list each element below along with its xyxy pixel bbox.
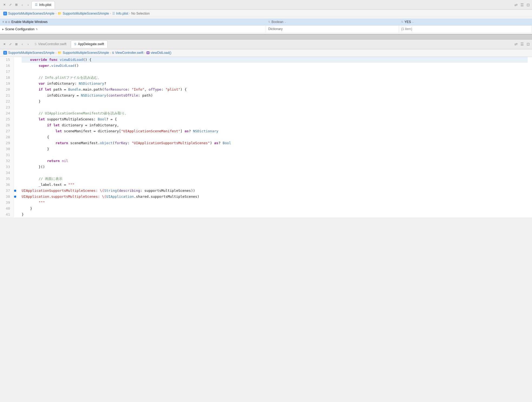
bottom-expand-button[interactable]: ⤢ — [8, 42, 12, 46]
appdelegate-tab[interactable]: S AppDelegate.swift — [71, 40, 108, 48]
bottom-bc-folder-icon: 📁 — [58, 51, 62, 55]
code-line-29: return sceneManifest.object(forKey: "UIA… — [22, 140, 528, 146]
code-lines-container[interactable]: override func viewDidLoad() { super.view… — [17, 57, 532, 218]
code-line-31 — [22, 152, 528, 158]
stepper-up-icon[interactable]: ⬆ — [2, 21, 4, 23]
plist-type-cell: ⇅ Boolean ⌄ — [266, 18, 399, 25]
bottom-next-button[interactable]: › — [26, 42, 30, 46]
bottom-breadcrumb: S SupportsMultipleScenesSAmple › 📁 Suppo… — [0, 49, 532, 57]
plist-type-cell-2: Dictionary — [266, 25, 399, 32]
ln-35: 35 — [3, 176, 10, 182]
bottom-bc-method-name[interactable]: viewDidLoad() — [151, 51, 171, 55]
bottom-bc-sep1: › — [55, 51, 56, 54]
code-line-34 — [22, 170, 528, 176]
bottom-tab-bar-right: ⇄ ☰ ⊡ — [514, 42, 530, 46]
code-line-15: override func viewDidLoad() { — [22, 57, 528, 63]
bottom-prev-button[interactable]: ‹ — [20, 42, 24, 46]
code-line-36: _label.text = """ — [22, 182, 528, 188]
bottom-layout-icon[interactable]: ⊡ — [527, 42, 530, 46]
code-line-28: { — [22, 134, 528, 140]
list-icon[interactable]: ☰ — [520, 3, 524, 7]
code-line-27: let sceneManifest = dictionary["UIApplic… — [22, 128, 528, 134]
expand-button[interactable]: ⤢ — [8, 3, 12, 7]
breadcrumb-file-icon: ☰ — [112, 12, 115, 15]
close-button[interactable]: ✕ — [2, 3, 6, 7]
code-line-22: } — [22, 98, 528, 104]
code-line-37: UIApplicationSupportsMultipleScenes: \(S… — [22, 188, 528, 194]
plist-key-label: Enable Multiple Windows — [11, 20, 48, 24]
breadcrumb-folder-name[interactable]: SupportsMultipleScenesSAmple — [63, 12, 109, 15]
ln-26: 26 — [3, 122, 10, 128]
bottom-close-button[interactable]: ✕ — [2, 42, 6, 46]
prev-button[interactable]: ‹ — [20, 3, 24, 7]
ln-25: 25 — [3, 116, 10, 122]
breadcrumb-app-name[interactable]: SupportsMultipleScenesSAmple — [8, 12, 54, 15]
type-chevron-icon: ⌄ — [284, 21, 287, 23]
bottom-bc-sep2: › — [110, 51, 111, 54]
bottom-bc-file-icon: S — [112, 51, 114, 54]
code-line-30: } — [22, 146, 528, 152]
ln-17: 17 — [3, 69, 10, 75]
code-line-20: if let path = Bundle.main.path(forResour… — [22, 87, 528, 93]
code-line-26: if let dictionary = infoDictonary, — [22, 122, 528, 128]
value-chevron-icon: ⌄ — [412, 21, 414, 23]
bottom-tab-bar: ✕ ⤢ ⊞ ‹ › S ViewController.swift S AppDe… — [0, 39, 532, 49]
bottom-bc-app-icon: S — [3, 51, 7, 55]
code-line-40: } — [22, 206, 528, 212]
breadcrumb-file-name[interactable]: Info.plist — [116, 12, 128, 15]
bottom-split-icon[interactable]: ⇄ — [514, 42, 518, 46]
stepper-icon-2[interactable]: ⇅ — [36, 28, 38, 31]
plist-key-cell: ⬆ ⊕ ⊖ Enable Multiple Windows — [0, 18, 266, 25]
ln-37: 37 — [3, 188, 10, 194]
ln-24: 24 — [3, 110, 10, 116]
type-arrows-icon: ⇅ — [268, 21, 270, 23]
ln-36: 36 — [3, 182, 10, 188]
layout-icon[interactable]: ⊡ — [527, 3, 530, 7]
add-icon[interactable]: ⊕ — [5, 20, 7, 24]
dot-line-37 — [14, 190, 16, 192]
plist-row-scene-configuration[interactable]: ▶ Scene Configuration ⇅ Dictionary (1 it… — [0, 25, 532, 32]
code-line-41: } — [22, 212, 528, 218]
value-arrows-icon: ⇅ — [401, 21, 403, 23]
code-line-18: // Info.plistファイルを読み込む。 — [22, 75, 528, 81]
info-plist-tab[interactable]: ☰ Info.plist — [31, 1, 55, 9]
breadcrumb-app-icon: S — [3, 12, 7, 15]
appdelegate-tab-label: AppDelegate.swift — [78, 42, 104, 46]
code-line-19: var infoDictonary: NSDictionary? — [22, 81, 528, 87]
ln-29: 29 — [3, 140, 10, 146]
next-button[interactable]: › — [26, 3, 30, 7]
breadcrumb-sep3: › — [129, 12, 130, 15]
top-pane: ✕ ⤢ ⊞ ‹ › ☰ Info.plist ⇄ ☰ ⊡ S SupportsM… — [0, 0, 532, 34]
code-line-33: }() — [22, 164, 528, 170]
plist-value-cell[interactable]: ⇅ YES ⌄ — [399, 18, 532, 25]
line-numbers: 15 16 17 18 19 20 21 22 23 24 25 26 27 2… — [0, 57, 14, 218]
ln-21: 21 — [3, 93, 10, 98]
bottom-list-icon[interactable]: ☰ — [520, 42, 524, 46]
ln-18: 18 — [3, 75, 10, 81]
split-icon[interactable]: ⇄ — [514, 3, 518, 7]
code-line-21: infoDictonary = NSDictionary(contentsOfF… — [22, 93, 528, 98]
ln-27: 27 — [3, 128, 10, 134]
ln-16: 16 — [3, 63, 10, 69]
top-tab-bar-left: ✕ ⤢ ⊞ ‹ › — [2, 3, 30, 7]
top-tab-bar-right: ⇄ ☰ ⊡ — [514, 3, 530, 7]
code-line-38: UIApplication.supportsMultipleScenes: \(… — [22, 194, 528, 200]
code-line-25: let supportsMultipleScenes: Bool? = { — [22, 116, 528, 122]
bottom-bc-app-name[interactable]: SupportsMultipleScenesSAmple — [8, 51, 54, 55]
remove-icon[interactable]: ⊖ — [8, 20, 10, 24]
bottom-bc-file-name[interactable]: ViewController.swift — [115, 51, 143, 55]
bottom-grid-button[interactable]: ⊞ — [14, 42, 18, 46]
expand-triangle-icon[interactable]: ▶ — [2, 28, 4, 31]
ln-40: 40 — [3, 206, 10, 212]
ln-39: 39 — [3, 200, 10, 206]
top-tab-bar: ✕ ⤢ ⊞ ‹ › ☰ Info.plist ⇄ ☰ ⊡ — [0, 0, 532, 10]
grid-button[interactable]: ⊞ — [14, 3, 18, 7]
plist-row-enable-multiple-windows[interactable]: ⬆ ⊕ ⊖ Enable Multiple Windows ⇅ Boolean … — [0, 18, 532, 25]
bottom-bc-sep3: › — [144, 51, 145, 54]
viewcontroller-tab[interactable]: S ViewController.swift — [31, 40, 70, 48]
bottom-bc-folder-name[interactable]: SupportsMultipleScenesSAmple — [63, 51, 109, 55]
code-line-24: // UIApplicationSceneManifestの値を読み取り。 — [22, 110, 528, 116]
tab-label: Info.plist — [39, 3, 51, 7]
ln-33: 33 — [3, 164, 10, 170]
plist-table-container: ⬆ ⊕ ⊖ Enable Multiple Windows ⇅ Boolean … — [0, 17, 532, 34]
